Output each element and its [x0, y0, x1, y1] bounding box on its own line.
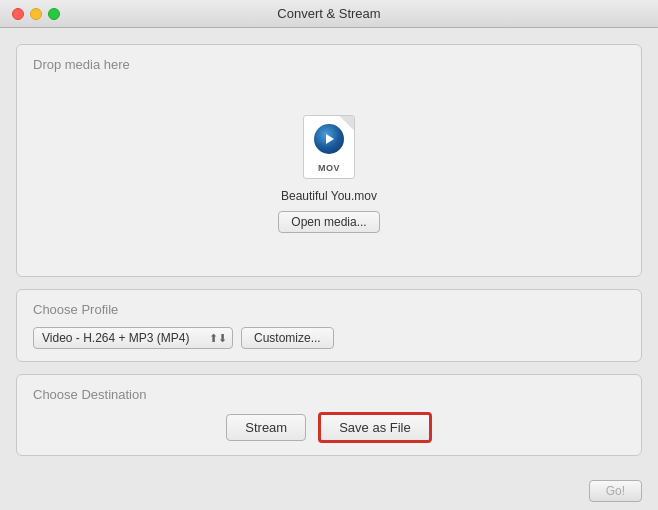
file-icon-paper: MOV: [303, 115, 355, 179]
close-button[interactable]: [12, 8, 24, 20]
file-ext-label: MOV: [318, 163, 340, 173]
choose-profile-section: Choose Profile Video - H.264 + MP3 (MP4)…: [16, 289, 642, 362]
profile-select[interactable]: Video - H.264 + MP3 (MP4): [33, 327, 233, 349]
choose-profile-title: Choose Profile: [33, 302, 625, 317]
open-media-button[interactable]: Open media...: [278, 211, 379, 233]
go-button[interactable]: Go!: [589, 480, 642, 502]
window-title: Convert & Stream: [277, 6, 380, 21]
minimize-button[interactable]: [30, 8, 42, 20]
profile-select-wrapper: Video - H.264 + MP3 (MP4) ⬆⬇: [33, 327, 233, 349]
bottom-bar: Go!: [0, 472, 658, 510]
stream-button[interactable]: Stream: [226, 414, 306, 441]
choose-destination-section: Choose Destination Stream Save as File: [16, 374, 642, 456]
save-as-file-button[interactable]: Save as File: [318, 412, 432, 443]
title-bar: Convert & Stream: [0, 0, 658, 28]
file-name-label: Beautiful You.mov: [281, 189, 377, 203]
choose-destination-title: Choose Destination: [33, 387, 625, 402]
file-icon: MOV: [301, 113, 357, 181]
drop-media-section: Drop media here MOV Beautiful You.mov Op…: [16, 44, 642, 277]
drop-area: MOV Beautiful You.mov Open media...: [33, 82, 625, 264]
customize-button[interactable]: Customize...: [241, 327, 334, 349]
maximize-button[interactable]: [48, 8, 60, 20]
drop-media-title: Drop media here: [33, 57, 625, 72]
window-controls: [12, 8, 60, 20]
quicktime-icon: [314, 124, 344, 154]
profile-row: Video - H.264 + MP3 (MP4) ⬆⬇ Customize..…: [33, 327, 625, 349]
destination-row: Stream Save as File: [33, 412, 625, 443]
main-content: Drop media here MOV Beautiful You.mov Op…: [0, 28, 658, 472]
